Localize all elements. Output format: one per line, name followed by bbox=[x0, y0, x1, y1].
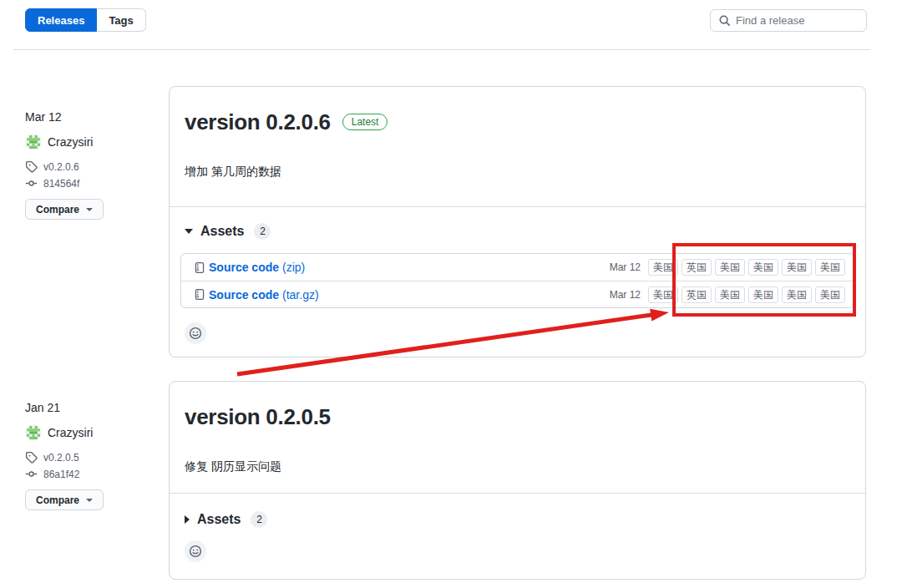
commit-icon bbox=[25, 468, 38, 480]
release-date: Mar 12 bbox=[25, 110, 163, 124]
asset-name: Source code bbox=[209, 288, 279, 302]
assets-label: Assets bbox=[197, 512, 241, 527]
asset-format: (zip) bbox=[282, 261, 305, 274]
author-name: Crazysiri bbox=[48, 135, 93, 149]
author-name: Crazysiri bbox=[48, 426, 93, 439]
chevron-down-icon bbox=[86, 499, 93, 502]
release-title: version 0.2.0.6 bbox=[185, 106, 331, 138]
release-description: 修复 阴历显示问题 bbox=[170, 458, 865, 474]
search-input[interactable] bbox=[736, 14, 859, 27]
release-tags-toggle: Releases Tags bbox=[25, 8, 146, 32]
release-commit-link[interactable]: 86a1f42 bbox=[25, 468, 163, 480]
latest-badge[interactable]: Latest bbox=[342, 114, 388, 130]
triangle-down-icon bbox=[185, 229, 193, 234]
add-reaction-button[interactable] bbox=[185, 322, 206, 344]
translation-chip-group: 美国 英国 美国 美国 美国 美国 bbox=[648, 259, 845, 276]
translation-chip[interactable]: 美国 bbox=[648, 286, 678, 303]
file-zip-icon bbox=[194, 261, 205, 274]
release-tag-link[interactable]: v0.2.0.6 bbox=[25, 160, 163, 173]
commit-sha: 814564f bbox=[43, 178, 79, 190]
compare-button[interactable]: Compare bbox=[25, 489, 104, 510]
release-date: Jan 21 bbox=[25, 401, 163, 414]
release-commit-link[interactable]: 814564f bbox=[25, 177, 163, 190]
commit-icon bbox=[25, 177, 38, 190]
compare-label: Compare bbox=[36, 204, 79, 215]
assets-label: Assets bbox=[200, 224, 244, 239]
compare-label: Compare bbox=[36, 494, 79, 506]
smiley-icon bbox=[189, 545, 202, 558]
avatar bbox=[25, 424, 42, 441]
translation-chip[interactable]: 美国 bbox=[748, 259, 778, 276]
translation-chip[interactable]: 英国 bbox=[682, 259, 712, 276]
avatar bbox=[25, 134, 42, 150]
asset-date: Mar 12 bbox=[610, 261, 641, 273]
translation-chip[interactable]: 美国 bbox=[715, 259, 745, 276]
assets-count-badge: 2 bbox=[251, 511, 267, 528]
source-code-zip-link[interactable]: Source code (zip) bbox=[194, 261, 305, 274]
source-code-targz-link[interactable]: Source code (tar.gz) bbox=[194, 288, 319, 302]
translation-chip[interactable]: 美国 bbox=[815, 286, 845, 303]
tag-icon bbox=[25, 451, 38, 464]
compare-button[interactable]: Compare bbox=[25, 199, 104, 220]
release-author[interactable]: Crazysiri bbox=[25, 134, 163, 150]
tab-releases[interactable]: Releases bbox=[25, 8, 97, 32]
release-description: 增加 第几周的数据 bbox=[170, 163, 865, 180]
smiley-icon bbox=[189, 327, 202, 340]
translation-chip[interactable]: 英国 bbox=[682, 286, 712, 303]
assets-toggle[interactable]: Assets 2 bbox=[170, 223, 865, 240]
triangle-right-icon bbox=[185, 515, 190, 524]
card-divider bbox=[170, 206, 865, 207]
assets-toggle[interactable]: Assets 2 bbox=[170, 511, 865, 528]
translation-chip[interactable]: 美国 bbox=[748, 286, 778, 303]
commit-sha: 86a1f42 bbox=[43, 469, 79, 480]
asset-list: Source code (zip) Mar 12 美国 英国 美国 美国 美国 … bbox=[180, 253, 854, 308]
card-divider bbox=[170, 493, 865, 494]
chevron-down-icon bbox=[86, 208, 93, 211]
release-title: version 0.2.0.5 bbox=[185, 401, 331, 433]
add-reaction-button[interactable] bbox=[185, 540, 206, 562]
release-card-v0206: version 0.2.0.6 Latest 增加 第几周的数据 Assets … bbox=[169, 86, 866, 357]
translation-chip[interactable]: 美国 bbox=[648, 259, 678, 276]
tag-name: v0.2.0.6 bbox=[43, 161, 79, 173]
translation-chip[interactable]: 美国 bbox=[782, 286, 812, 303]
translation-chip[interactable]: 美国 bbox=[782, 259, 812, 276]
tab-tags[interactable]: Tags bbox=[97, 8, 145, 32]
header-divider bbox=[13, 49, 870, 50]
assets-count-badge: 2 bbox=[254, 223, 271, 240]
release-tag-link[interactable]: v0.2.0.5 bbox=[25, 451, 163, 464]
translation-chip[interactable]: 美国 bbox=[815, 259, 845, 276]
tag-name: v0.2.0.5 bbox=[43, 452, 79, 464]
release-1-sidebar: Mar 12 Crazysiri v0.2.0.6 814564f Compar… bbox=[25, 110, 163, 220]
release-author[interactable]: Crazysiri bbox=[25, 424, 163, 441]
asset-name: Source code bbox=[209, 261, 279, 274]
asset-date: Mar 12 bbox=[610, 289, 641, 301]
release-2-sidebar: Jan 21 Crazysiri v0.2.0.5 86a1f42 Compar… bbox=[25, 401, 163, 510]
release-card-v0205: version 0.2.0.5 修复 阴历显示问题 Assets 2 bbox=[169, 381, 866, 580]
search-icon bbox=[718, 14, 731, 27]
translation-chip[interactable]: 美国 bbox=[715, 286, 745, 303]
asset-row-targz: Source code (tar.gz) Mar 12 美国 英国 美国 美国 … bbox=[181, 281, 854, 307]
asset-format: (tar.gz) bbox=[282, 288, 319, 302]
tag-icon bbox=[25, 160, 38, 173]
translation-chip-group: 美国 英国 美国 美国 美国 美国 bbox=[648, 286, 845, 303]
find-release-search[interactable] bbox=[710, 9, 867, 32]
file-zip-icon bbox=[194, 288, 205, 301]
asset-row-zip: Source code (zip) Mar 12 美国 英国 美国 美国 美国 … bbox=[181, 254, 854, 281]
